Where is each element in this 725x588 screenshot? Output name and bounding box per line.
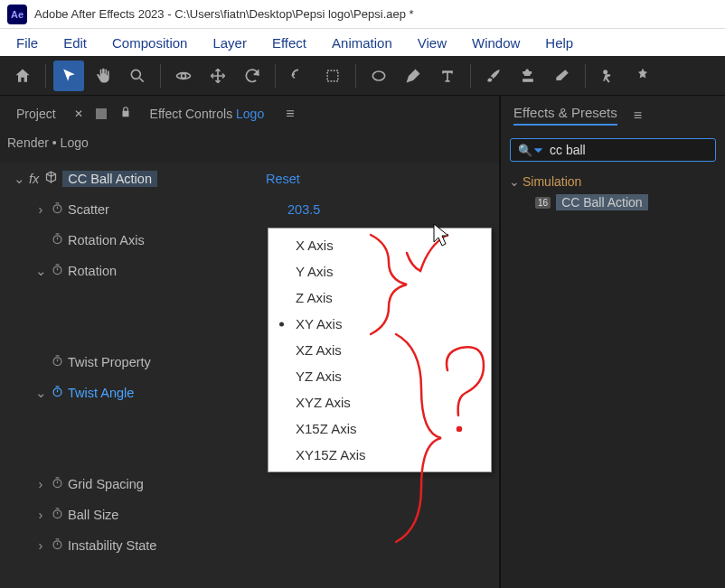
prop-rotation-axis-label: Rotation Axis	[68, 233, 145, 247]
tab-project-close-icon[interactable]: ✕	[74, 107, 83, 120]
stopwatch-icon[interactable]	[51, 385, 64, 401]
dropdown-item-xz-axis[interactable]: XZ Axis	[268, 337, 491, 363]
svg-point-4	[372, 71, 384, 80]
menu-composition[interactable]: Composition	[99, 32, 200, 54]
effects-tree: ⌄ Simulation 16 CC Ball Action	[501, 165, 725, 218]
dropdown-item-xy15z-axis[interactable]: XY15Z Axis	[268, 442, 491, 468]
zoom-tool-icon[interactable]	[122, 61, 153, 91]
tab-effect-controls-layer[interactable]: Logo	[236, 107, 264, 121]
prop-instability-state: › Instability State	[0, 533, 499, 557]
menu-layer[interactable]: Layer	[200, 32, 259, 54]
prop-ball-size-label: Ball Size	[68, 508, 118, 522]
panel-menu-icon[interactable]: ≡	[286, 106, 294, 122]
selection-tool-icon[interactable]	[53, 61, 84, 91]
menu-effect[interactable]: Effect	[259, 32, 319, 54]
twirl-down-icon[interactable]: ⌄	[34, 386, 47, 400]
bitdepth-badge: 16	[535, 197, 551, 209]
stopwatch-icon[interactable]	[51, 201, 64, 218]
menu-view[interactable]: View	[405, 32, 459, 54]
stopwatch-icon[interactable]	[51, 476, 64, 492]
hand-tool-icon[interactable]	[88, 61, 118, 91]
dropdown-item-xy-axis[interactable]: XY Axis	[268, 311, 491, 337]
effects-search-input[interactable]	[550, 143, 708, 157]
lock-icon[interactable]	[119, 106, 132, 122]
dropdown-item-z-axis[interactable]: Z Axis	[268, 285, 491, 311]
dropdown-item-x-axis[interactable]: X Axis	[268, 232, 491, 258]
effect-name[interactable]: CC Ball Action	[62, 171, 157, 187]
mouse-cursor-icon	[432, 222, 454, 252]
main-area: Project ✕ Effect Controls Logo ≡ Render …	[0, 96, 725, 588]
shape-tool-icon[interactable]	[363, 61, 394, 91]
rotation-axis-dropdown-menu: X Axis Y Axis Z Axis XY Axis XZ Axis YZ …	[268, 228, 492, 472]
tree-category-simulation[interactable]: ⌄ Simulation	[508, 171, 718, 192]
home-icon[interactable]	[7, 61, 38, 91]
twirl-down-icon[interactable]: ⌄	[34, 264, 47, 278]
twirl-right-icon[interactable]: ›	[34, 508, 47, 522]
menu-animation[interactable]: Animation	[319, 32, 405, 54]
twirl-right-icon[interactable]: ›	[34, 202, 47, 217]
dropdown-item-xyz-axis[interactable]: XYZ Axis	[268, 389, 491, 415]
menu-window[interactable]: Window	[459, 32, 532, 54]
effect-result-label: CC Ball Action	[556, 194, 647, 210]
search-icon: 🔍⏷	[518, 144, 544, 157]
tab-project[interactable]: Project	[9, 101, 63, 126]
cube-icon	[44, 171, 59, 187]
twirl-down-icon[interactable]: ⌄	[13, 172, 25, 186]
effect-row[interactable]: ⌄ fx CC Ball Action Reset	[0, 166, 499, 191]
stopwatch-icon[interactable]	[51, 232, 64, 248]
stopwatch-icon[interactable]	[51, 354, 64, 370]
menu-bar: File Edit Composition Layer Effect Anima…	[0, 29, 725, 56]
menu-file[interactable]: File	[4, 32, 51, 54]
orbit-tool-icon[interactable]	[168, 61, 199, 91]
panel-menu-icon[interactable]: ≡	[634, 107, 642, 124]
dropdown-item-y-axis[interactable]: Y Axis	[268, 258, 491, 285]
prop-scatter: › Scatter 203.5	[0, 197, 499, 221]
left-panel-tabs: Project ✕ Effect Controls Logo ≡	[0, 96, 499, 132]
effect-controls-panel: Project ✕ Effect Controls Logo ≡ Render …	[0, 96, 501, 588]
app-logo: Ae	[7, 5, 27, 24]
category-label: Simulation	[523, 174, 581, 189]
menu-edit[interactable]: Edit	[51, 32, 99, 54]
stopwatch-icon[interactable]	[51, 537, 64, 554]
eraser-tool-icon[interactable]	[547, 61, 578, 91]
type-tool-icon[interactable]	[432, 61, 463, 91]
clone-stamp-tool-icon[interactable]	[513, 61, 543, 91]
prop-scatter-label: Scatter	[68, 202, 109, 217]
dropdown-item-yz-axis[interactable]: YZ Axis	[268, 363, 491, 389]
tree-item-cc-ball-action[interactable]: 16 CC Ball Action	[508, 192, 718, 212]
dropdown-item-x15z-axis[interactable]: X15Z Axis	[268, 415, 491, 442]
effects-presets-title[interactable]: Effects & Presets	[513, 105, 617, 126]
breadcrumb: Render • Logo	[0, 132, 499, 163]
effect-reset-link[interactable]: Reset	[266, 172, 300, 186]
prop-instability-label: Instability State	[68, 538, 156, 553]
pan-behind-tool-icon[interactable]	[202, 61, 233, 91]
twirl-right-icon[interactable]: ›	[34, 477, 47, 491]
puppet-tool-icon[interactable]	[627, 61, 658, 91]
stopwatch-icon[interactable]	[51, 507, 64, 523]
prop-scatter-value[interactable]: 203.5	[287, 202, 320, 217]
fx-badge-icon: fx	[29, 172, 39, 186]
twirl-right-icon[interactable]: ›	[34, 538, 47, 553]
roto-tool-icon[interactable]	[593, 61, 624, 91]
prop-grid-spacing-label: Grid Spacing	[68, 477, 144, 491]
svg-point-0	[131, 70, 140, 79]
mask-tool-icon[interactable]	[317, 61, 348, 91]
menu-help[interactable]: Help	[532, 32, 586, 54]
prop-rotation-label: Rotation	[68, 264, 117, 278]
prop-grid-spacing: › Grid Spacing	[0, 471, 499, 496]
tab-effect-controls-prefix: Effect Controls	[150, 107, 233, 121]
toolbar	[0, 56, 725, 96]
stopwatch-icon[interactable]	[51, 263, 64, 279]
rotate-tool-icon[interactable]	[237, 61, 268, 91]
prop-twist-property-label: Twist Property	[68, 355, 151, 369]
window-title: Adobe After Effects 2023 - C:\Users\fiat…	[34, 7, 414, 21]
effect-properties: ⌄ fx CC Ball Action Reset › Scatter	[0, 163, 499, 588]
anchor-tool-icon[interactable]	[283, 61, 314, 91]
effects-search-box[interactable]: 🔍⏷	[510, 138, 716, 162]
brush-tool-icon[interactable]	[478, 61, 509, 91]
prop-ball-size: › Ball Size	[0, 502, 499, 527]
tab-effect-controls[interactable]: Effect Controls Logo	[143, 101, 272, 126]
svg-rect-3	[327, 70, 338, 81]
twirl-down-icon[interactable]: ⌄	[508, 174, 521, 189]
pen-tool-icon[interactable]	[398, 61, 428, 91]
